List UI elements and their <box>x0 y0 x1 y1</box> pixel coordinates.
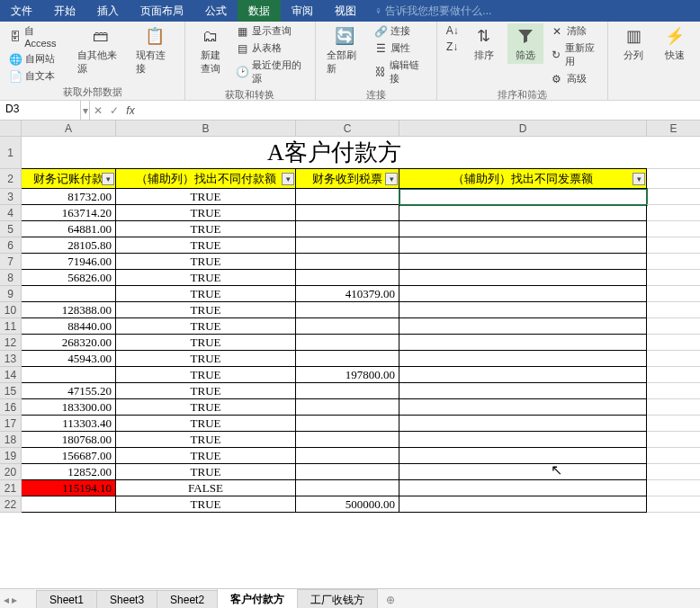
row-header-11[interactable]: 11 <box>0 318 22 335</box>
formula-input[interactable] <box>139 101 700 120</box>
column-header-C[interactable]: C <box>296 121 399 137</box>
row-header-3[interactable]: 3 <box>0 189 22 205</box>
sheet-tab-Sheet1[interactable]: Sheet1 <box>36 590 97 608</box>
row-header-19[interactable]: 19 <box>0 448 22 464</box>
cell-A11[interactable]: 88440.00 <box>22 318 116 335</box>
cell-C17[interactable] <box>296 416 399 432</box>
ribbon-tab-公式[interactable]: 公式 <box>194 0 238 22</box>
filter-dropdown-a[interactable]: ▾ <box>102 173 114 185</box>
cell-D4[interactable] <box>399 205 647 221</box>
cell-C5[interactable] <box>296 221 399 237</box>
ribbon-tab-文件[interactable]: 文件 <box>0 0 43 22</box>
cell-C4[interactable] <box>296 205 399 221</box>
cell-D10[interactable] <box>399 302 647 318</box>
cell-D13[interactable] <box>399 351 647 367</box>
cell-C3[interactable] <box>296 189 399 205</box>
add-sheet-button[interactable]: ⊕ <box>377 591 404 609</box>
refresh-all-button[interactable]: 🔄全部刷新 <box>323 23 368 77</box>
filter-dropdown-d[interactable]: ▾ <box>633 173 645 185</box>
row-header-16[interactable]: 16 <box>0 399 22 416</box>
cell-C12[interactable] <box>296 335 399 351</box>
from-other-button[interactable]: 🗃自其他来源 <box>74 23 128 77</box>
cell-E5[interactable] <box>647 221 700 237</box>
cell-D15[interactable] <box>399 383 647 399</box>
cell-D7[interactable] <box>399 254 647 270</box>
cell-B6[interactable]: TRUE <box>116 237 296 254</box>
cell-D6[interactable] <box>399 237 647 254</box>
properties-button[interactable]: ☰属性 <box>372 40 428 56</box>
cell-A10[interactable]: 128388.00 <box>22 302 116 318</box>
cell-C7[interactable] <box>296 254 399 270</box>
cell-B7[interactable]: TRUE <box>116 254 296 270</box>
cell-C14[interactable]: 197800.00 <box>296 367 399 383</box>
show-queries-button[interactable]: ▦显示查询 <box>234 23 308 39</box>
cell-C8[interactable] <box>296 270 399 286</box>
cell-B13[interactable]: TRUE <box>116 351 296 367</box>
cell-E18[interactable] <box>647 432 700 448</box>
cell-E1[interactable] <box>647 137 700 169</box>
cell-C21[interactable] <box>296 480 399 496</box>
ribbon-tab-页面布局[interactable]: 页面布局 <box>130 0 194 22</box>
row-header-21[interactable]: 21 <box>0 480 22 496</box>
name-box[interactable]: D3 <box>0 101 81 120</box>
cell-A9[interactable] <box>22 286 116 302</box>
cell-B19[interactable]: TRUE <box>116 448 296 464</box>
cell-E9[interactable] <box>647 286 700 302</box>
row-header-15[interactable]: 15 <box>0 383 22 399</box>
cell-D22[interactable] <box>399 496 647 513</box>
cell-C10[interactable] <box>296 302 399 318</box>
cell-C18[interactable] <box>296 432 399 448</box>
cell-D19[interactable] <box>399 448 647 464</box>
row-header-1[interactable]: 1 <box>0 137 22 169</box>
cell-B16[interactable]: TRUE <box>116 399 296 416</box>
cell-D16[interactable] <box>399 399 647 416</box>
cell-A13[interactable]: 45943.00 <box>22 351 116 367</box>
row-header-7[interactable]: 7 <box>0 254 22 270</box>
filter-dropdown-c[interactable]: ▾ <box>385 173 398 185</box>
sort-button[interactable]: ⇅排序 <box>466 23 502 64</box>
cell-A4[interactable]: 163714.20 <box>22 205 116 221</box>
ribbon-tab-审阅[interactable]: 审阅 <box>281 0 324 22</box>
cell-E22[interactable] <box>647 496 700 513</box>
ribbon-tab-插入[interactable]: 插入 <box>86 0 130 22</box>
cell-A3[interactable]: 81732.00 <box>22 189 116 205</box>
reapply-button[interactable]: ↻重新应用 <box>549 40 600 69</box>
cell-grid[interactable]: A客户付款方财务记账付款▾（辅助列）找出不同付款额▾财务收到税票▾（辅助列）找出… <box>22 137 700 513</box>
ribbon-tab-数据[interactable]: 数据 <box>238 0 281 22</box>
cell-E17[interactable] <box>647 416 700 432</box>
cell-B14[interactable]: TRUE <box>116 367 296 383</box>
existing-conn-button[interactable]: 📋现有连接 <box>132 23 177 77</box>
cell-D5[interactable] <box>399 221 647 237</box>
row-header-18[interactable]: 18 <box>0 432 22 448</box>
cell-C11[interactable] <box>296 318 399 335</box>
select-all-corner[interactable] <box>0 121 22 137</box>
cell-C6[interactable] <box>296 237 399 254</box>
cell-A8[interactable]: 56826.00 <box>22 270 116 286</box>
cell-D18[interactable] <box>399 432 647 448</box>
tell-me-input[interactable]: ♀ 告诉我您想要做什么... <box>367 0 498 22</box>
connections-button[interactable]: 🔗连接 <box>372 23 428 39</box>
cell-E7[interactable] <box>647 254 700 270</box>
cell-E6[interactable] <box>647 237 700 254</box>
cell-A5[interactable]: 64881.00 <box>22 221 116 237</box>
cell-B18[interactable]: TRUE <box>116 432 296 448</box>
column-header-D[interactable]: D <box>399 121 647 137</box>
cell-E11[interactable] <box>647 318 700 335</box>
ribbon-tab-视图[interactable]: 视图 <box>324 0 367 22</box>
cell-E10[interactable] <box>647 302 700 318</box>
cell-A16[interactable]: 183300.00 <box>22 399 116 416</box>
cell-E21[interactable] <box>647 480 700 496</box>
cell-A17[interactable]: 113303.40 <box>22 416 116 432</box>
cell-A14[interactable] <box>22 367 116 383</box>
cell-B17[interactable]: TRUE <box>116 416 296 432</box>
cell-D20[interactable] <box>399 464 647 480</box>
from-text-button[interactable]: 📄自文本 <box>7 68 68 84</box>
header-b[interactable]: （辅助列）找出不同付款额▾ <box>116 169 296 189</box>
row-header-4[interactable]: 4 <box>0 205 22 221</box>
header-a[interactable]: 财务记账付款▾ <box>22 169 116 189</box>
cell-D17[interactable] <box>399 416 647 432</box>
cell-A7[interactable]: 71946.00 <box>22 254 116 270</box>
cell-D11[interactable] <box>399 318 647 335</box>
cell-E12[interactable] <box>647 335 700 351</box>
sheet-nav-arrows[interactable]: ◂ ▸ <box>4 594 17 606</box>
